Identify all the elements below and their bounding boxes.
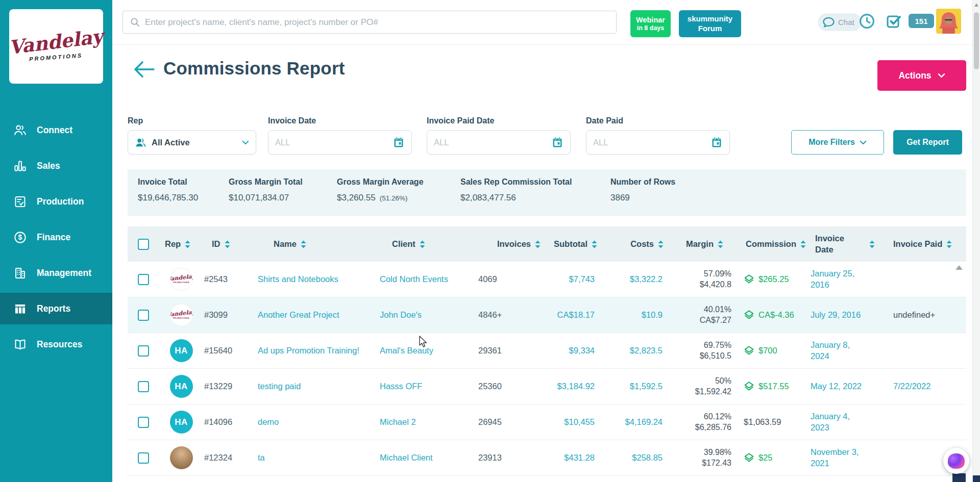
rep-select[interactable]: All Active: [128, 130, 256, 155]
project-name-link[interactable]: testing paid: [258, 382, 301, 391]
date-paid-placeholder: ALL: [593, 138, 608, 147]
table-scroll-up-arrow[interactable]: [955, 265, 963, 270]
scrollbar-thumb[interactable]: [974, 12, 979, 69]
more-filters-button[interactable]: More Filters: [791, 130, 884, 155]
client-link[interactable]: Hasss OFF: [380, 382, 422, 391]
column-header-commission[interactable]: Commission: [738, 239, 806, 249]
invoice-date-link[interactable]: January 4, 2023: [811, 411, 868, 434]
select-all-checkbox[interactable]: [138, 239, 149, 250]
assistant-button[interactable]: [943, 448, 969, 474]
row-select-cell: [128, 297, 158, 333]
column-header-rep[interactable]: Rep: [158, 239, 204, 249]
column-header-subtotal[interactable]: Subtotal: [544, 239, 597, 249]
costs-link[interactable]: $4,169.24: [625, 417, 663, 427]
column-header-name[interactable]: Name: [255, 239, 378, 249]
window-scrollbar[interactable]: [972, 0, 980, 482]
costs-link[interactable]: $2,823.5: [630, 346, 663, 356]
invoice-date-link[interactable]: January 8, 2024: [811, 340, 868, 362]
subtotal-link[interactable]: $3,184.92: [557, 382, 595, 391]
actions-button[interactable]: Actions: [877, 60, 966, 91]
invoice-date-link[interactable]: July 29, 2016: [811, 310, 861, 321]
user-avatar[interactable]: [936, 9, 961, 34]
invoice-paid-date-input[interactable]: ALL: [427, 130, 571, 155]
webinar-button[interactable]: Webinar in 8 days: [630, 10, 671, 37]
costs-link[interactable]: $1,592.5: [630, 382, 663, 391]
sidebar-item[interactable]: Sales: [0, 150, 112, 182]
project-name-link[interactable]: ta: [258, 453, 265, 463]
costs-link[interactable]: $10.9: [642, 310, 663, 320]
row-checkbox[interactable]: [138, 452, 149, 464]
subtotal-cell: $3,184.92: [544, 369, 597, 404]
costs-link[interactable]: $3,322.2: [630, 274, 663, 284]
column-header-invoice-paid[interactable]: Invoice Paid: [888, 239, 966, 249]
column-header-id[interactable]: ID: [204, 239, 255, 249]
subtotal-cell: $7,743: [544, 262, 597, 297]
project-name-cell: testing paid: [255, 369, 378, 404]
clock-icon[interactable]: [859, 13, 875, 30]
project-name-link[interactable]: demo: [258, 417, 279, 427]
client-link[interactable]: Cold North Events: [380, 274, 448, 284]
project-id-cell: #13229: [204, 369, 255, 404]
sidebar-item[interactable]: Management: [0, 257, 112, 289]
column-header-client[interactable]: Client: [378, 239, 477, 249]
date-paid-input[interactable]: ALL: [586, 130, 730, 155]
calendar-icon: [710, 136, 723, 148]
search-input[interactable]: [145, 17, 616, 28]
costs-link[interactable]: $258.85: [632, 453, 663, 463]
tasks-check-icon[interactable]: [886, 13, 901, 29]
sidebar-item[interactable]: Resources: [0, 328, 112, 360]
row-checkbox[interactable]: [138, 274, 149, 285]
client-link[interactable]: Amal's Beauty: [380, 346, 433, 356]
scrollbar-up-arrow[interactable]: [974, 3, 978, 7]
table-scroll-down-thumb[interactable]: [952, 473, 966, 482]
column-header-invoices[interactable]: Invoices: [477, 239, 544, 249]
project-name-link[interactable]: Shirts and Notebooks: [258, 274, 338, 284]
margin-cell: 40.01% CA$7.27: [664, 297, 738, 333]
subtotal-link[interactable]: CA$18.17: [557, 310, 595, 320]
subtotal-link[interactable]: $7,743: [569, 274, 595, 284]
chevron-down-icon: [938, 73, 945, 78]
row-checkbox[interactable]: [138, 345, 149, 357]
rep-avatar[interactable]: [170, 446, 193, 469]
sidebar-item[interactable]: Reports: [0, 293, 112, 324]
project-name-cell: Ad ups Promotion Training!: [255, 333, 378, 368]
sidebar-item[interactable]: Connect: [0, 114, 112, 146]
client-link[interactable]: Michael 2: [380, 417, 416, 427]
row-checkbox[interactable]: [138, 310, 149, 321]
column-header-margin[interactable]: Margin: [664, 239, 738, 249]
forum-button[interactable]: skummunity Forum: [679, 10, 741, 37]
rep-avatar[interactable]: [170, 303, 193, 326]
chat-button[interactable]: Chat: [818, 13, 862, 31]
select-all-cell: [128, 239, 158, 250]
row-select-cell: [128, 369, 158, 404]
rep-avatar[interactable]: HA: [170, 375, 193, 398]
rep-avatar[interactable]: HA: [170, 411, 193, 434]
subtotal-link[interactable]: $10,455: [564, 417, 595, 427]
get-report-button[interactable]: Get Report: [893, 130, 962, 155]
costs-cell: $10.9: [597, 297, 664, 333]
sidebar-item[interactable]: Finance: [0, 221, 112, 253]
sidebar-item-icon: [13, 338, 27, 351]
margin-percent: 50%: [715, 376, 731, 387]
invoice-date-input[interactable]: ALL: [268, 130, 412, 155]
back-button[interactable]: [133, 60, 156, 80]
invoice-date-link[interactable]: January 25, 2016: [811, 268, 868, 291]
commission-diamond-icon: [744, 452, 754, 463]
row-checkbox[interactable]: [138, 417, 149, 428]
client-link[interactable]: John Doe's: [380, 310, 422, 320]
rep-avatar[interactable]: HA: [170, 339, 193, 362]
column-header-invoice-date[interactable]: Invoice Date: [806, 233, 888, 255]
row-checkbox[interactable]: [138, 381, 149, 392]
project-name-link[interactable]: Ad ups Promotion Training!: [258, 346, 359, 356]
sidebar-item[interactable]: Production: [0, 186, 112, 217]
column-header-costs[interactable]: Costs: [597, 239, 664, 249]
invoice-date-link[interactable]: May 12, 2022: [811, 381, 862, 392]
invoice-paid-date-placeholder: ALL: [434, 138, 449, 147]
summary-extra: [289, 194, 293, 202]
subtotal-link[interactable]: $9,334: [569, 346, 595, 356]
rep-avatar[interactable]: [170, 268, 193, 291]
subtotal-link[interactable]: $431.28: [564, 453, 595, 463]
invoice-date-link[interactable]: November 3, 2021: [811, 447, 868, 469]
client-link[interactable]: Michael Client: [380, 453, 433, 463]
project-name-link[interactable]: Another Great Project: [258, 310, 339, 320]
